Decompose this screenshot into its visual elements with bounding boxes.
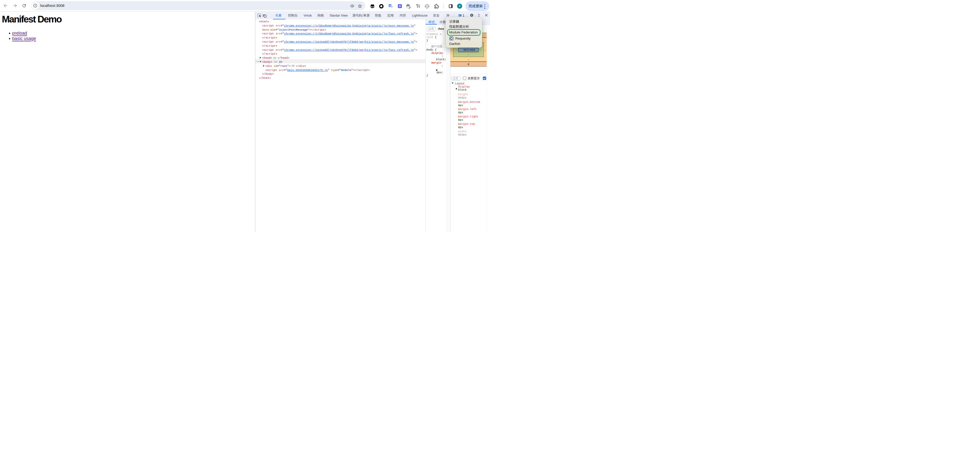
svg-text:G: G (390, 5, 391, 7)
svg-text:文: 文 (391, 6, 393, 7)
